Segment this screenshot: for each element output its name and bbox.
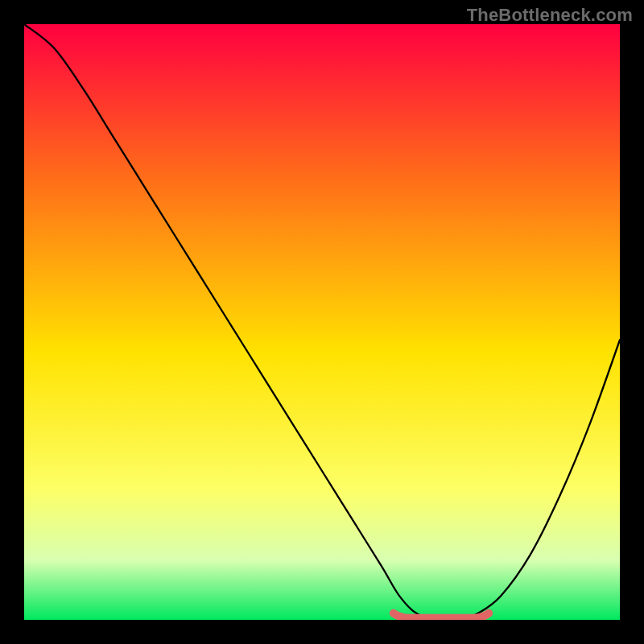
chart-frame: TheBottleneck.com (0, 0, 644, 644)
gradient-background (24, 24, 620, 620)
bottleneck-curve-plot (24, 24, 620, 620)
watermark-text: TheBottleneck.com (467, 5, 633, 26)
